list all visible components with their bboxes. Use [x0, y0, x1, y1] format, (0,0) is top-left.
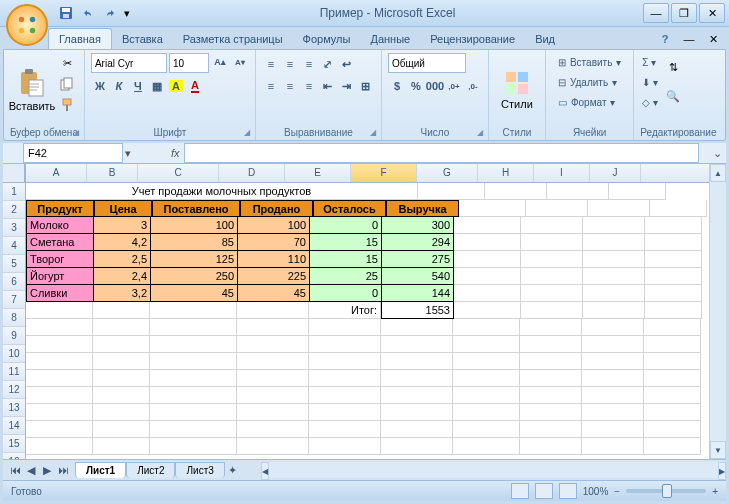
increase-indent-button[interactable]: ⇥	[338, 77, 356, 95]
row-header-4[interactable]: 4	[3, 237, 25, 255]
empty-cell[interactable]	[237, 421, 309, 438]
grid[interactable]: ABCDEFGHIJ Учет продажи молочных продукт…	[26, 164, 709, 459]
empty-cell[interactable]	[520, 319, 582, 336]
empty-cell[interactable]	[520, 387, 582, 404]
cell[interactable]	[521, 251, 583, 268]
sheet-tab-1[interactable]: Лист1	[75, 462, 126, 478]
remaining-cell[interactable]: 0	[310, 217, 382, 234]
empty-cell[interactable]	[237, 319, 309, 336]
cell[interactable]	[237, 302, 309, 319]
empty-cell[interactable]	[309, 336, 381, 353]
empty-cell[interactable]	[644, 319, 701, 336]
underline-button[interactable]: Ч	[129, 77, 147, 95]
cell[interactable]	[521, 302, 583, 319]
header-cell[interactable]: Продано	[240, 200, 313, 217]
empty-cell[interactable]	[582, 404, 644, 421]
empty-cell[interactable]	[93, 319, 150, 336]
sold-cell[interactable]: 100	[238, 217, 310, 234]
empty-cell[interactable]	[582, 319, 644, 336]
empty-cell[interactable]	[381, 421, 453, 438]
clipboard-dialog-launcher[interactable]: ◢	[70, 126, 82, 138]
revenue-cell[interactable]: 294	[382, 234, 454, 251]
empty-cell[interactable]	[93, 421, 150, 438]
col-header-A[interactable]: A	[26, 164, 87, 182]
empty-cell[interactable]	[237, 387, 309, 404]
decrease-indent-button[interactable]: ⇤	[319, 77, 337, 95]
align-center-button[interactable]: ≡	[281, 77, 299, 95]
new-sheet-button[interactable]: ✦	[225, 462, 241, 478]
empty-cell[interactable]	[150, 387, 237, 404]
empty-cell[interactable]	[644, 404, 701, 421]
align-top-button[interactable]: ≡	[262, 55, 280, 73]
decrease-decimal-button[interactable]: ,0-	[464, 77, 482, 95]
currency-button[interactable]: $	[388, 77, 406, 95]
close-button[interactable]: ✕	[699, 3, 725, 23]
last-sheet-button[interactable]: ⏭	[55, 462, 71, 478]
remaining-cell[interactable]: 0	[310, 285, 382, 302]
empty-cell[interactable]	[237, 438, 309, 455]
supplied-cell[interactable]: 45	[151, 285, 238, 302]
office-button[interactable]	[6, 4, 48, 46]
col-header-E[interactable]: E	[285, 164, 351, 182]
font-color-button[interactable]: A	[186, 77, 204, 95]
name-box-dropdown[interactable]: ▾	[125, 147, 131, 160]
scroll-right-button[interactable]: ▶	[718, 462, 726, 480]
merge-button[interactable]: ⊞	[357, 77, 375, 95]
autosum-button[interactable]: Σ ▾	[640, 53, 660, 72]
cell[interactable]	[454, 268, 521, 285]
empty-cell[interactable]	[93, 353, 150, 370]
empty-cell[interactable]	[453, 370, 520, 387]
empty-cell[interactable]	[309, 370, 381, 387]
empty-cell[interactable]	[381, 404, 453, 421]
empty-cell[interactable]	[26, 353, 93, 370]
cell[interactable]	[521, 285, 583, 302]
empty-cell[interactable]	[582, 387, 644, 404]
row-header-15[interactable]: 15	[3, 435, 25, 453]
align-dialog-launcher[interactable]: ◢	[367, 126, 379, 138]
row-header-5[interactable]: 5	[3, 255, 25, 273]
empty-cell[interactable]	[644, 421, 701, 438]
font-name-combo[interactable]: Arial Cyr	[91, 53, 167, 73]
empty-cell[interactable]	[582, 336, 644, 353]
empty-cell[interactable]	[644, 353, 701, 370]
remaining-cell[interactable]: 15	[310, 251, 382, 268]
empty-cell[interactable]	[150, 404, 237, 421]
sold-cell[interactable]: 70	[238, 234, 310, 251]
cell[interactable]	[454, 234, 521, 251]
font-size-combo[interactable]: 10	[169, 53, 209, 73]
empty-cell[interactable]	[26, 319, 93, 336]
cell[interactable]	[93, 302, 150, 319]
row-header-16[interactable]: 16	[3, 453, 25, 459]
remaining-cell[interactable]: 15	[310, 234, 382, 251]
product-cell[interactable]: Молоко	[26, 217, 94, 234]
paste-button[interactable]: Вставить	[10, 53, 54, 126]
cell[interactable]	[583, 251, 645, 268]
fx-button[interactable]: fx	[171, 147, 180, 159]
sheet-tab-3[interactable]: Лист3	[175, 462, 224, 478]
empty-cell[interactable]	[150, 421, 237, 438]
empty-cell[interactable]	[93, 387, 150, 404]
empty-cell[interactable]	[381, 438, 453, 455]
header-cell[interactable]: Поставлено	[152, 200, 240, 217]
empty-cell[interactable]	[26, 370, 93, 387]
supplied-cell[interactable]: 250	[151, 268, 238, 285]
border-button[interactable]: ▦	[148, 77, 166, 95]
empty-cell[interactable]	[150, 319, 237, 336]
col-header-I[interactable]: I	[534, 164, 590, 182]
empty-cell[interactable]	[644, 387, 701, 404]
cell[interactable]	[645, 285, 702, 302]
empty-cell[interactable]	[26, 387, 93, 404]
row-header-14[interactable]: 14	[3, 417, 25, 435]
orientation-button[interactable]: ⤢	[319, 55, 337, 73]
header-cell[interactable]: Цена	[94, 200, 152, 217]
total-value-cell[interactable]: 1553	[381, 302, 454, 319]
cell[interactable]	[645, 217, 702, 234]
tab-view[interactable]: Вид	[525, 29, 565, 49]
empty-cell[interactable]	[644, 336, 701, 353]
supplied-cell[interactable]: 85	[151, 234, 238, 251]
price-cell[interactable]: 3,2	[94, 285, 151, 302]
empty-cell[interactable]	[309, 438, 381, 455]
row-header-3[interactable]: 3	[3, 219, 25, 237]
empty-cell[interactable]	[381, 353, 453, 370]
cell[interactable]	[150, 302, 237, 319]
